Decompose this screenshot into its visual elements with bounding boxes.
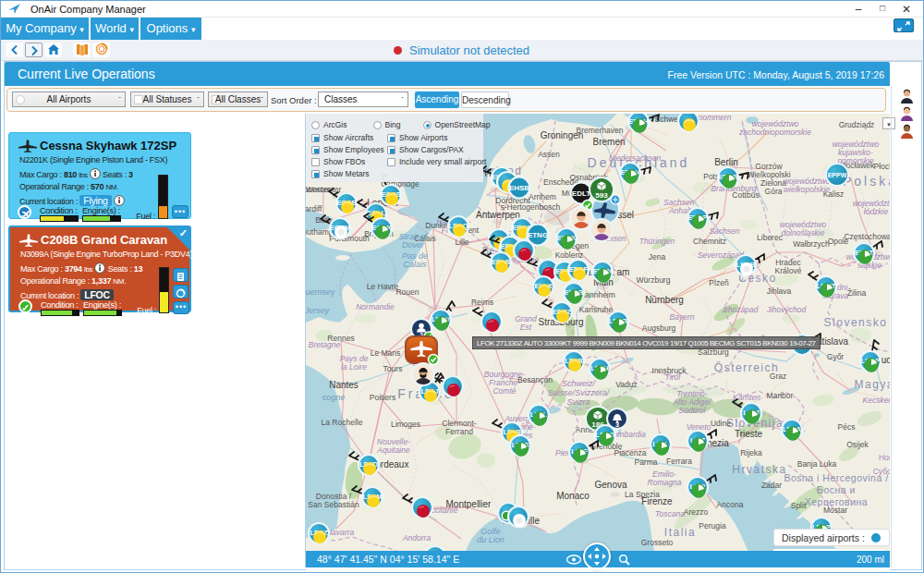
svg-text:EHSB: EHSB [509, 184, 529, 192]
svg-text:ETNG: ETNG [528, 231, 548, 239]
svg-text:EPPW: EPPW [828, 172, 847, 178]
svg-text:593: 593 [595, 191, 608, 200]
svg-text:EDLT: EDLT [572, 189, 590, 198]
svg-text:3: 3 [615, 421, 619, 429]
